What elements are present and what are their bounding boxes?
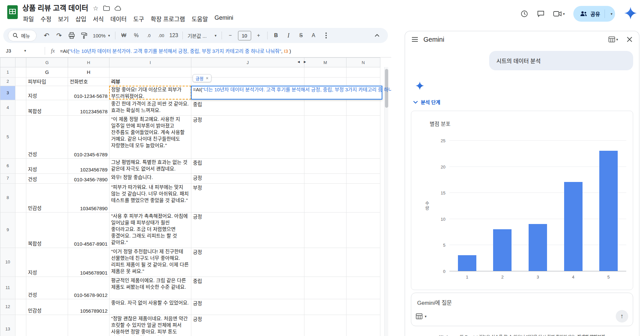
col-header-h[interactable]: H <box>68 58 109 67</box>
insert-table-icon[interactable]: ▾ <box>416 313 427 319</box>
cell-I1[interactable] <box>109 67 191 78</box>
row-header-3[interactable]: 3 <box>0 86 15 100</box>
cell-I3[interactable]: 정말 좋아요! 기대 이상으로 피부가 부드러워졌어요. <box>109 86 191 100</box>
cell-H5[interactable]: 010-2345-6789 <box>68 116 109 159</box>
cell-J7[interactable]: 긍정 <box>191 174 304 184</box>
row-header-9[interactable]: 9 <box>0 213 15 248</box>
cell-F13[interactable] <box>15 315 26 336</box>
cell-I4[interactable]: 좋긴 한데 가격이 조금 비싼 것 같아요. 효과는 확실히 느껴져요. <box>109 100 191 116</box>
menu-format[interactable]: 서식 <box>90 14 107 24</box>
cell-J6[interactable]: 중립 <box>191 159 304 174</box>
cell-N12[interactable] <box>346 299 380 315</box>
cell-M5[interactable] <box>304 116 346 159</box>
text-color-button[interactable]: A <box>307 30 320 41</box>
cell-G12[interactable]: 민감성 <box>26 299 68 315</box>
star-icon[interactable]: ☆ <box>93 5 99 11</box>
increase-decimal-button[interactable]: .00 <box>155 30 168 41</box>
cell-I11[interactable]: 평균적인 제품이에요. 크림 같은 다른 제품도 써봤는데 비슷한 수준 같네요… <box>109 277 191 299</box>
video-call-caret-icon[interactable]: ▾ <box>563 12 565 16</box>
show-hidden-columns-right-icon[interactable]: ► <box>303 60 307 64</box>
show-hidden-columns-left-icon[interactable]: ◄ <box>297 60 300 64</box>
row-header-1[interactable]: 1 <box>0 67 15 78</box>
cell-F5[interactable] <box>15 116 26 159</box>
bold-button[interactable]: B <box>270 30 282 41</box>
redo-button[interactable]: ↷ <box>53 30 65 41</box>
share-button[interactable]: 공유 ▾ <box>573 6 615 22</box>
cell-N4[interactable] <box>346 100 380 116</box>
cell-J8[interactable]: 부정 <box>191 184 304 213</box>
row-header-8[interactable]: 8 <box>0 184 15 213</box>
row-header-2[interactable]: 2 <box>0 78 15 86</box>
cell-N7[interactable] <box>346 174 380 184</box>
cell-I6[interactable]: 그냥 평범해요. 특별한 효과는 없는 것 같은데 자극도 없어서 괜찮네요. <box>109 159 191 174</box>
cell-M10[interactable] <box>304 248 346 277</box>
print-button[interactable] <box>65 30 78 41</box>
cell-H8[interactable]: 1034567890 <box>68 184 109 213</box>
cell-H6[interactable]: 1023456789 <box>68 159 109 174</box>
table-caret-icon[interactable]: ▾ <box>425 314 427 319</box>
cell-G3[interactable]: 지성 <box>26 86 68 100</box>
col-header-j[interactable]: J <box>191 58 304 67</box>
cell-I5[interactable]: "이 제품 정말 최고예요. 사용한 지 일주일 만에 피부톤이 밝아졌고 잔주… <box>109 116 191 159</box>
cell-G10[interactable]: 지성 <box>26 248 68 277</box>
cell-F11[interactable] <box>15 277 26 299</box>
cell-J13[interactable]: 긍정 <box>191 315 304 336</box>
cell-J12[interactable]: 긍정 <box>191 299 304 315</box>
col-header-n[interactable]: N <box>346 58 380 67</box>
cell-N10[interactable] <box>346 248 380 277</box>
cell-G9[interactable]: 복합성 <box>26 213 68 248</box>
cell-G5[interactable]: 건성 <box>26 116 68 159</box>
cell-I9[interactable]: "사용 후 피부가 촉촉해졌어요. 아침에 일어났을 때 피부상태가 훨씬 좋더… <box>109 213 191 248</box>
cell-H10[interactable]: 1045678901 <box>68 248 109 277</box>
menu-help[interactable]: 도움말 <box>188 14 211 24</box>
cell-G4[interactable]: 복합성 <box>26 100 68 116</box>
cell-F7[interactable] <box>15 174 26 184</box>
decrease-font-size-button[interactable]: − <box>224 30 237 41</box>
row-header-13[interactable]: 13 <box>0 315 15 336</box>
cell-editor[interactable]: =AI("너는 10년차 데이터 분석가야. 고객 후기를 분석해서 긍정, 중… <box>191 86 382 100</box>
menu-edit[interactable]: 수정 <box>37 14 55 24</box>
cell-F4[interactable] <box>15 100 26 116</box>
strikethrough-button[interactable]: S <box>295 30 307 41</box>
menu-extensions[interactable]: 확장 프로그램 <box>147 14 188 24</box>
menu-insert[interactable]: 삽입 <box>72 14 89 24</box>
cell-H7[interactable]: 010-3456-7890 <box>68 174 109 184</box>
col-header-i[interactable]: I <box>109 58 191 67</box>
select-all-corner[interactable] <box>0 58 15 67</box>
cloud-status-icon[interactable] <box>114 6 122 11</box>
row-header-5[interactable]: 5 <box>0 116 15 159</box>
cell-H2[interactable]: 전화번호 <box>68 78 109 86</box>
cell-J11[interactable]: 중립 <box>191 277 304 299</box>
move-folder-icon[interactable] <box>103 6 110 11</box>
font-select[interactable]: 기본값 ... ▾ <box>185 32 219 39</box>
cell-F6[interactable] <box>15 159 26 174</box>
cell-N8[interactable] <box>346 184 380 213</box>
menu-view[interactable]: 보기 <box>55 14 72 24</box>
cell-M8[interactable] <box>304 184 346 213</box>
cell-reference-box[interactable]: J3 ▾ <box>6 48 45 54</box>
cell-G7[interactable]: 건성 <box>26 174 68 184</box>
cell-M1[interactable] <box>304 67 346 78</box>
cell-G11[interactable]: 건성 <box>26 277 68 299</box>
close-panel-icon[interactable] <box>627 36 632 42</box>
col-header-f[interactable] <box>15 58 26 67</box>
cell-H9[interactable]: 010-4567-8901 <box>68 213 109 248</box>
increase-font-size-button[interactable]: + <box>252 30 265 41</box>
cell-F10[interactable] <box>15 248 26 277</box>
cell-F9[interactable] <box>15 213 26 248</box>
paint-format-button[interactable] <box>78 30 90 41</box>
cell-M4[interactable] <box>304 100 346 116</box>
cell-I13[interactable]: "정말 괜찮은 제품이네요. 처음엔 약간 흐릿할 수 있지만 얼굴 전체에 펴… <box>109 315 191 336</box>
version-history-icon[interactable] <box>520 10 528 18</box>
cell-I10[interactable]: "이거 정말 추천합니다! 제 친구한테 선물했는데 친구도 너무 좋아해요. … <box>109 248 191 277</box>
cell-J10[interactable]: 긍정 <box>191 248 304 277</box>
cell-I8[interactable]: "피부가 따가워요. 내 피부에는 맞지 않는 것 같습니다. 너무 아쉬워요.… <box>109 184 191 213</box>
learn-more-link[interactable]: 자세히 알아보기 <box>577 335 605 336</box>
sheets-logo-icon[interactable] <box>7 5 18 24</box>
cell-M7[interactable] <box>304 174 346 184</box>
cell-G8[interactable]: 민감성 <box>26 184 68 213</box>
cell-J9[interactable]: 긍정 <box>191 213 304 248</box>
row-header-11[interactable]: 11 <box>0 277 15 299</box>
col-header-g[interactable]: G <box>26 58 68 67</box>
menus-search-button[interactable]: 메뉴 <box>8 30 36 41</box>
